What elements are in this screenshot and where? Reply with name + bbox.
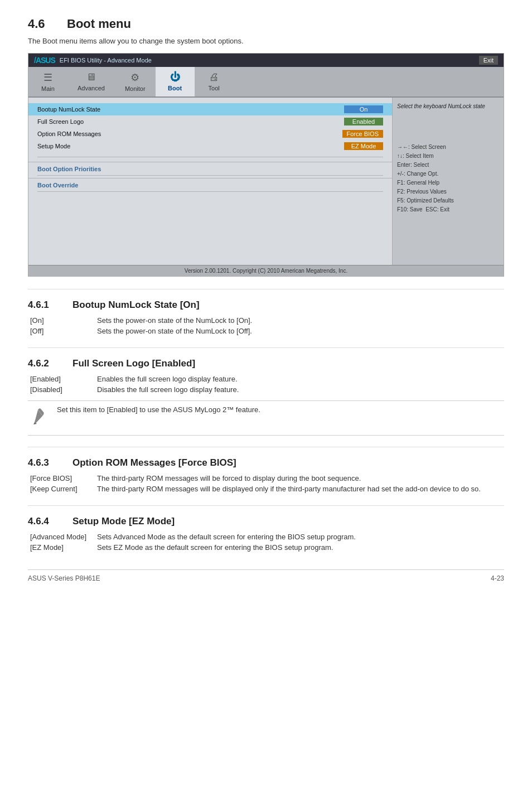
bios-row-full-screen-logo[interactable]: Full Screen Logo Enabled xyxy=(28,115,392,128)
main-icon: ☰ xyxy=(43,71,52,84)
asus-logo: /ASUS xyxy=(34,56,55,65)
page-footer: ASUS V-Series P8H61E 4-23 xyxy=(28,569,504,582)
subsec-title-2: Full Screen Logo [Enabled] xyxy=(72,358,195,369)
subsec-number-1: 4.6.1 xyxy=(28,299,61,311)
nav-label-monitor: Monitor xyxy=(125,85,146,92)
bios-section-boot-override: Boot Override xyxy=(28,178,392,190)
bios-title-text: EFI BIOS Utility - Advanced Mode xyxy=(60,57,152,64)
nav-label-main: Main xyxy=(41,85,55,92)
bios-row-bootup-numlock[interactable]: Bootup NumLock State On xyxy=(28,103,392,115)
desc-keep-current: The third-party ROM messages will be dis… xyxy=(95,484,504,494)
subsection-4-6-4: 4.6.4 Setup Mode [EZ Mode] [Advanced Mod… xyxy=(28,516,504,553)
subsec-table-4: [Advanced Mode] Sets Advanced Mode as th… xyxy=(28,532,504,553)
tool-icon: 🖨 xyxy=(209,71,219,83)
subsec-table-3: [Force BIOS] The third-party ROM message… xyxy=(28,473,504,494)
bios-value-setup-mode: EZ Mode xyxy=(344,142,383,150)
nav-label-tool: Tool xyxy=(209,85,220,91)
bios-row-setup-mode[interactable]: Setup Mode EZ Mode xyxy=(28,140,392,152)
section-description: The Boot menu items allow you to change … xyxy=(28,37,504,45)
subsec-number-4: 4.6.4 xyxy=(28,516,61,527)
table-row: [Disabled] Disables the full screen logo… xyxy=(28,384,504,395)
option-enabled: [Enabled] xyxy=(28,374,95,384)
nav-item-tool[interactable]: 🖨 Tool xyxy=(195,67,234,96)
section-number: 4.6 xyxy=(28,17,56,31)
bios-sidebar: Select the keyboard NumLock state →←: Se… xyxy=(392,98,504,265)
advanced-icon: 🖥 xyxy=(86,71,96,83)
nav-item-monitor[interactable]: ⚙ Monitor xyxy=(115,67,156,96)
bios-value-option-rom: Force BIOS xyxy=(342,130,383,138)
bios-label-full-screen-logo: Full Screen Logo xyxy=(37,118,344,125)
desc-off: Sets the power-on state of the NumLock t… xyxy=(95,326,504,336)
subsection-4-6-2: 4.6.2 Full Screen Logo [Enabled] [Enable… xyxy=(28,358,504,436)
boot-icon: ⏻ xyxy=(170,71,180,83)
bios-label-setup-mode: Setup Mode xyxy=(37,143,344,149)
nav-item-boot[interactable]: ⏻ Boot xyxy=(156,67,195,96)
bios-sidebar-help: Select the keyboard NumLock state xyxy=(397,103,499,109)
subsec-table-2: [Enabled] Enables the full screen logo d… xyxy=(28,374,504,395)
subsec-number-2: 4.6.2 xyxy=(28,358,61,369)
desc-force-bios: The third-party ROM messages will be for… xyxy=(95,473,504,484)
table-row: [Advanced Mode] Sets Advanced Mode as th… xyxy=(28,532,504,542)
option-advanced-mode: [Advanced Mode] xyxy=(28,532,95,542)
nav-item-main[interactable]: ☰ Main xyxy=(28,67,67,96)
subsec-number-3: 4.6.3 xyxy=(28,457,61,468)
bios-sidebar-keys: →←: Select Screen ↑↓: Select Item Enter:… xyxy=(397,143,499,214)
option-force-bios: [Force BIOS] xyxy=(28,473,95,484)
table-row: [EZ Mode] Sets EZ Mode as the default sc… xyxy=(28,542,504,553)
bios-label-bootup-numlock: Bootup NumLock State xyxy=(37,106,344,113)
desc-disabled: Disables the full screen logo display fe… xyxy=(95,384,504,395)
option-keep-current: [Keep Current] xyxy=(28,484,95,494)
note-box-logo: Set this item to [Enabled] to use the AS… xyxy=(28,400,504,436)
option-ez-mode: [EZ Mode] xyxy=(28,542,95,553)
bios-navbar: ☰ Main 🖥 Advanced ⚙ Monitor ⏻ Boot 🖨 Too… xyxy=(28,67,504,98)
footer-right: 4-23 xyxy=(491,574,504,582)
table-row: [Off] Sets the power-on state of the Num… xyxy=(28,326,504,336)
nav-label-advanced: Advanced xyxy=(78,85,105,91)
bios-value-full-screen-logo: Enabled xyxy=(344,118,383,125)
subsec-title-4: Setup Mode [EZ Mode] xyxy=(72,516,175,527)
subsec-title-1: Bootup NumLock State [On] xyxy=(72,299,200,311)
section-title: Boot menu xyxy=(67,17,131,31)
desc-enabled: Enables the full screen logo display fea… xyxy=(95,374,504,384)
option-on: [On] xyxy=(28,315,95,326)
bios-footer: Version 2.00.1201. Copyright (C) 2010 Am… xyxy=(28,265,504,276)
table-row: [Force BIOS] The third-party ROM message… xyxy=(28,473,504,484)
bios-exit-button[interactable]: Exit xyxy=(479,56,498,65)
bios-value-bootup-numlock: On xyxy=(344,105,383,113)
desc-on: Sets the power-on state of the NumLock t… xyxy=(95,315,504,326)
nav-item-advanced[interactable]: 🖥 Advanced xyxy=(67,67,115,96)
subsection-4-6-1: 4.6.1 Bootup NumLock State [On] [On] Set… xyxy=(28,299,504,336)
bios-titlebar: /ASUS EFI BIOS Utility - Advanced Mode E… xyxy=(28,54,504,67)
footer-left: ASUS V-Series P8H61E xyxy=(28,574,100,582)
note-text-logo: Set this item to [Enabled] to use the AS… xyxy=(57,405,260,414)
subsection-4-6-3: 4.6.3 Option ROM Messages [Force BIOS] [… xyxy=(28,457,504,494)
table-row: [On] Sets the power-on state of the NumL… xyxy=(28,315,504,326)
table-row: [Enabled] Enables the full screen logo d… xyxy=(28,374,504,384)
bios-section-boot-option-priorities: Boot Option Priorities xyxy=(28,162,392,173)
bios-row-option-rom[interactable]: Option ROM Messages Force BIOS xyxy=(28,128,392,140)
subsec-table-1: [On] Sets the power-on state of the NumL… xyxy=(28,315,504,336)
desc-advanced-mode: Sets Advanced Mode as the default screen… xyxy=(95,532,504,542)
subsec-title-3: Option ROM Messages [Force BIOS] xyxy=(72,457,236,468)
desc-ez-mode: Sets EZ Mode as the default screen for e… xyxy=(95,542,504,553)
table-row: [Keep Current] The third-party ROM messa… xyxy=(28,484,504,494)
option-disabled: [Disabled] xyxy=(28,384,95,395)
bios-ui-box: /ASUS EFI BIOS Utility - Advanced Mode E… xyxy=(28,53,504,277)
monitor-icon: ⚙ xyxy=(130,71,139,84)
nav-label-boot: Boot xyxy=(168,85,182,91)
note-icon-pencil xyxy=(28,407,50,431)
option-off: [Off] xyxy=(28,326,95,336)
bios-label-option-rom: Option ROM Messages xyxy=(37,131,342,137)
